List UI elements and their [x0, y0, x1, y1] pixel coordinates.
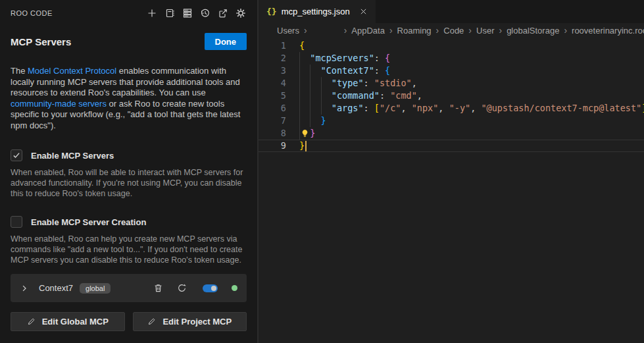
code-text: } — [286, 140, 307, 152]
code-token: , — [417, 90, 422, 101]
code-token: ] — [641, 103, 644, 113]
intro-text: The — [11, 66, 28, 76]
code-line[interactable]: 4"type": "stdio", — [259, 77, 644, 90]
code-token: , — [438, 103, 449, 113]
settings-gear-icon[interactable] — [235, 7, 247, 19]
line-number: 1 — [259, 40, 286, 52]
code-line[interactable]: 7} — [259, 115, 644, 127]
notebook-icon[interactable] — [164, 7, 176, 19]
sidebar-header: ROO CODE — [11, 7, 247, 20]
enable-mcp-servers-checkbox[interactable] — [11, 149, 22, 161]
code-token: [ — [374, 103, 380, 113]
mcp-servers-icon[interactable] — [182, 7, 193, 19]
code-token: "mcpServers" — [310, 53, 374, 63]
pencil-icon — [147, 317, 156, 326]
lightbulb-icon[interactable] — [299, 127, 310, 140]
code-token: : — [364, 103, 374, 113]
indent-guide — [299, 52, 310, 65]
code-text: "mcpServers": { — [286, 52, 390, 65]
code-line[interactable]: 3"Context7": { — [259, 65, 644, 77]
code-line[interactable]: 8} — [259, 127, 644, 140]
indent-guide — [321, 77, 332, 90]
vscode-window: ROO CODE — [0, 0, 644, 343]
code-token: , — [401, 103, 411, 113]
enable-mcp-creation-checkbox[interactable] — [11, 216, 22, 228]
breadcrumb-item[interactable]: AppData — [351, 26, 385, 36]
line-number: 9 — [259, 140, 286, 152]
mcp-server-row[interactable]: Context7 global — [11, 274, 247, 302]
code-token: "Context7" — [321, 65, 374, 76]
code-text: "type": "stdio", — [286, 77, 417, 90]
code-token: , — [470, 103, 481, 113]
code-token: "type" — [332, 78, 364, 88]
code-token: { — [299, 40, 305, 51]
code-token: } — [321, 115, 326, 126]
page-title: MCP Servers — [11, 36, 71, 47]
breadcrumb-item[interactable]: Roaming — [397, 26, 432, 36]
server-enabled-toggle[interactable] — [203, 284, 218, 292]
breadcrumb-separator-icon: › — [499, 25, 502, 36]
server-name: Context7 — [39, 283, 73, 293]
enable-mcp-creation-label: Enable MCP Server Creation — [31, 217, 146, 227]
restart-server-icon[interactable] — [176, 282, 187, 294]
code-token: : — [374, 53, 385, 63]
code-line[interactable]: 5"command": "cmd", — [259, 90, 644, 102]
code-line[interactable]: 9} — [259, 140, 644, 152]
delete-server-icon[interactable] — [152, 282, 164, 294]
done-button[interactable]: Done — [205, 33, 247, 50]
code-text: } — [286, 115, 326, 127]
edit-global-mcp-label: Edit Global MCP — [42, 317, 109, 327]
code-line[interactable]: 1{ — [259, 40, 644, 52]
breadcrumb-item[interactable]: Users — [277, 26, 299, 36]
enable-mcp-creation-row: Enable MCP Server Creation — [11, 216, 247, 228]
indent-guide — [321, 102, 332, 115]
close-tab-icon[interactable] — [359, 7, 369, 17]
page-header: MCP Servers Done — [11, 33, 247, 50]
code-line[interactable]: 6"args": ["/c", "npx", "-y", "@upstash/c… — [259, 102, 644, 115]
indent-guide — [299, 102, 310, 115]
code-token: : — [380, 90, 390, 101]
code-token: "command" — [332, 90, 380, 101]
model-context-protocol-link[interactable]: Model Context Protocol — [28, 66, 116, 76]
line-number: 5 — [259, 90, 286, 102]
breadcrumb-item[interactable]: rooveterinaryinc.roo-cli — [572, 26, 644, 36]
code-area[interactable]: 1{2"mcpServers": {3"Context7": {4"type":… — [259, 40, 644, 152]
community-made-servers-link[interactable]: community-made servers — [11, 99, 107, 109]
edit-mcp-buttons: Edit Global MCP Edit Project MCP — [11, 312, 247, 331]
open-in-editor-icon[interactable] — [217, 7, 229, 19]
intro-paragraph: The Model Context Protocol enables commu… — [11, 66, 247, 131]
line-number: 8 — [259, 127, 286, 140]
enable-mcp-servers-row: Enable MCP Servers — [11, 149, 247, 161]
indent-guide — [310, 115, 320, 127]
code-line[interactable]: 2"mcpServers": { — [259, 52, 644, 65]
breadcrumb-item[interactable]: User — [476, 26, 494, 36]
breadcrumb-separator-icon: › — [304, 25, 307, 36]
code-token: } — [299, 140, 305, 151]
chevron-right-icon[interactable] — [20, 284, 29, 293]
panel-title: ROO CODE — [11, 9, 53, 17]
plus-icon[interactable] — [146, 7, 158, 19]
edit-project-mcp-button[interactable]: Edit Project MCP — [133, 312, 247, 331]
indent-guide — [299, 90, 310, 102]
enable-mcp-servers-label: Enable MCP Servers — [31, 151, 114, 161]
code-token: : — [374, 65, 385, 76]
indent-guide — [310, 102, 320, 115]
code-token: } — [310, 128, 315, 138]
breadcrumb-item[interactable]: globalStorage — [507, 26, 559, 36]
line-number: 7 — [259, 115, 286, 127]
breadcrumb-separator-icon: › — [564, 25, 567, 36]
history-icon[interactable] — [199, 7, 211, 19]
code-text: "command": "cmd", — [286, 90, 422, 102]
breadcrumb: Users››AppData›Roaming›Code›User›globalS… — [259, 23, 644, 38]
indent-guide — [310, 65, 320, 77]
sidebar-toolbar — [146, 7, 247, 19]
breadcrumb-item[interactable]: Code — [443, 26, 464, 36]
pencil-icon — [27, 317, 36, 326]
code-text: { — [286, 40, 305, 52]
edit-global-mcp-button[interactable]: Edit Global MCP — [11, 312, 125, 331]
indent-guide — [299, 77, 310, 90]
code-token: "/c" — [380, 103, 401, 113]
server-scope-badge: global — [80, 283, 111, 294]
breadcrumb-separator-icon: › — [389, 25, 393, 36]
tab-mcp-settings[interactable]: {} mcp_settings.json — [259, 0, 376, 23]
